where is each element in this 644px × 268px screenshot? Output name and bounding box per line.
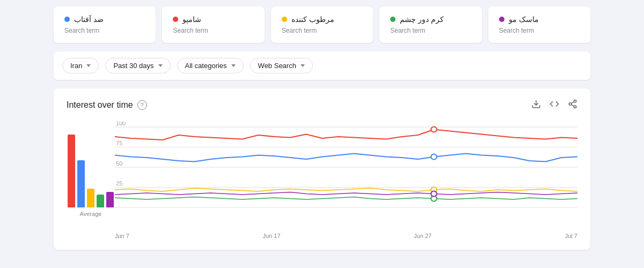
line-chart-svg: 100755025	[115, 122, 577, 229]
help-icon[interactable]: ?	[137, 100, 147, 110]
svg-point-2	[569, 103, 572, 106]
category-chevron	[231, 64, 236, 67]
location-filter[interactable]: Iran	[62, 58, 99, 73]
term-name-3: مرطوب کننده	[291, 15, 334, 24]
search-term-top-5: ماسک مو	[499, 15, 580, 24]
chart-area: Average 100755025 Jun 7Jun 17Jun 27Jul 7	[67, 122, 577, 239]
term-name-4: کرم دور چشم	[400, 15, 444, 24]
search-term-card-1[interactable]: ضد آفتاب Search term	[54, 6, 156, 43]
term-dot-5	[499, 17, 504, 22]
x-label-4: Jul 7	[565, 233, 577, 239]
svg-point-15	[431, 127, 437, 132]
search-term-top-3: مرطوب کننده	[282, 15, 362, 24]
time-filter[interactable]: Past 30 days	[105, 58, 170, 73]
term-name-1: ضد آفتاب	[74, 15, 104, 24]
search-type-chevron	[301, 64, 305, 67]
share-button[interactable]	[568, 99, 577, 111]
term-dot-2	[173, 17, 178, 22]
search-term-card-3[interactable]: مرطوب کننده Search term	[271, 6, 373, 43]
line-chart-section: 100755025 Jun 7Jun 17Jun 27Jul 7	[115, 122, 577, 239]
x-label-1: Jun 7	[115, 233, 129, 239]
term-label-3: Search term	[282, 27, 362, 34]
search-terms-row: ضد آفتاب Search term شامپو Search term م…	[54, 6, 590, 43]
chart-title: Interest over time	[67, 100, 133, 110]
search-term-top-1: ضد آفتاب	[64, 15, 145, 24]
x-axis-labels: Jun 7Jun 17Jun 27Jul 7	[115, 230, 577, 239]
svg-point-3	[574, 106, 576, 108]
chart-title-group: Interest over time ?	[67, 100, 147, 110]
category-filter[interactable]: All categories	[177, 58, 244, 73]
search-term-card-5[interactable]: ماسک مو Search term	[488, 6, 590, 43]
term-label-4: Search term	[390, 27, 471, 34]
search-term-top-2: شامپو	[173, 15, 253, 24]
search-term-top-4: کرم دور چشم	[390, 15, 471, 24]
search-type-label: Web Search	[258, 62, 296, 70]
time-chevron	[158, 64, 163, 67]
category-label: All categories	[185, 62, 227, 70]
avg-label: Average	[80, 211, 102, 217]
chart-actions	[531, 99, 577, 111]
term-dot-1	[64, 17, 70, 22]
term-dot-4	[390, 17, 396, 22]
bar-3	[87, 189, 94, 207]
bar-4	[97, 195, 104, 207]
term-name-5: ماسک مو	[509, 15, 539, 24]
x-label-2: Jun 17	[263, 233, 281, 239]
location-chevron	[86, 64, 91, 67]
term-dot-3	[282, 17, 287, 22]
svg-text:100: 100	[116, 122, 126, 126]
search-type-filter[interactable]: Web Search	[250, 58, 313, 73]
main-container: ضد آفتاب Search term شامپو Search term م…	[0, 0, 644, 256]
embed-button[interactable]	[550, 99, 559, 111]
bar-5	[106, 192, 114, 207]
chart-header: Interest over time ?	[67, 99, 577, 111]
download-button[interactable]	[531, 99, 541, 111]
svg-text:75: 75	[116, 141, 122, 147]
x-label-3: Jun 27	[414, 233, 431, 239]
search-term-card-4[interactable]: کرم دور چشم Search term	[379, 6, 481, 43]
svg-point-1	[574, 100, 576, 103]
location-label: Iran	[70, 62, 82, 70]
svg-point-16	[431, 154, 437, 160]
term-name-2: شامپو	[182, 15, 201, 24]
bar-2	[77, 160, 85, 207]
bar-1	[68, 135, 75, 207]
svg-point-19	[431, 191, 437, 197]
filter-bar: Iran Past 30 days All categories Web Sea…	[54, 51, 590, 80]
svg-line-4	[571, 105, 574, 106]
search-term-card-2[interactable]: شامپو Search term	[162, 6, 264, 43]
term-label-5: Search term	[499, 27, 580, 34]
svg-line-5	[571, 102, 574, 103]
time-label: Past 30 days	[113, 62, 153, 70]
svg-text:25: 25	[116, 181, 122, 187]
term-label-1: Search term	[64, 27, 145, 34]
chart-card: Interest over time ? Average	[54, 88, 590, 250]
bar-chart-inner	[68, 122, 114, 207]
svg-text:50: 50	[116, 161, 122, 167]
bar-chart-section: Average	[67, 122, 115, 239]
term-label-2: Search term	[173, 27, 253, 34]
